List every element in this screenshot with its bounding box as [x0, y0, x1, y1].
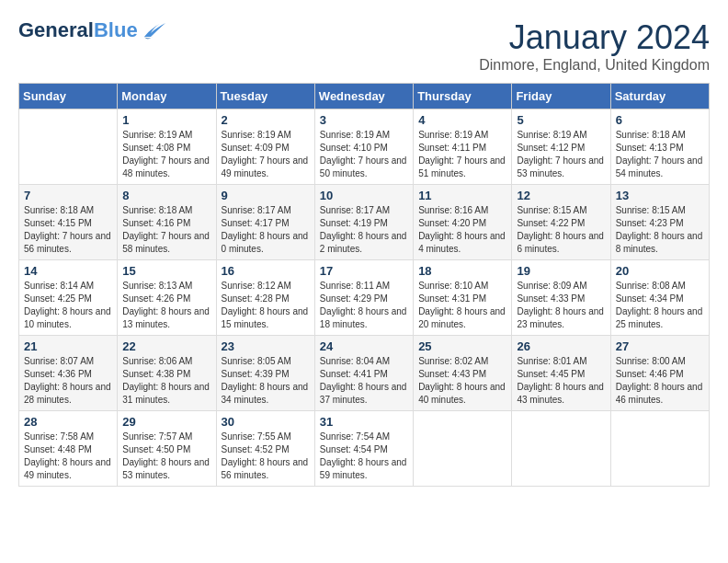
day-info: Sunrise: 8:12 AM Sunset: 4:28 PM Dayligh…: [222, 280, 310, 331]
day-info: Sunrise: 8:17 AM Sunset: 4:17 PM Dayligh…: [222, 204, 310, 256]
calendar-cell: 16Sunrise: 8:12 AM Sunset: 4:28 PM Dayli…: [216, 260, 314, 336]
month-title: January 2024: [479, 18, 710, 57]
day-info: Sunrise: 8:04 AM Sunset: 4:41 PM Dayligh…: [320, 355, 408, 407]
calendar-cell: 30Sunrise: 7:55 AM Sunset: 4:52 PM Dayli…: [216, 411, 314, 487]
day-number: 1: [122, 113, 210, 127]
day-info: Sunrise: 8:09 AM Sunset: 4:33 PM Dayligh…: [517, 280, 605, 331]
day-number: 16: [222, 264, 310, 278]
calendar-cell: 12Sunrise: 8:15 AM Sunset: 4:22 PM Dayli…: [512, 185, 610, 260]
calendar-cell: 7Sunrise: 8:18 AM Sunset: 4:15 PM Daylig…: [19, 185, 118, 260]
calendar-cell: 20Sunrise: 8:08 AM Sunset: 4:34 PM Dayli…: [610, 260, 709, 336]
logo: GeneralBlue: [18, 18, 165, 42]
calendar-cell: 3Sunrise: 8:19 AM Sunset: 4:10 PM Daylig…: [314, 109, 413, 185]
day-header-tuesday: Tuesday: [216, 84, 314, 109]
day-number: 5: [517, 113, 605, 127]
calendar-cell: 19Sunrise: 8:09 AM Sunset: 4:33 PM Dayli…: [512, 260, 610, 336]
day-number: 9: [222, 189, 310, 202]
location: Dinmore, England, United Kingdom: [479, 57, 710, 74]
logo-bird-icon: [140, 20, 165, 40]
day-info: Sunrise: 7:58 AM Sunset: 4:48 PM Dayligh…: [24, 431, 112, 482]
calendar-week-row: 21Sunrise: 8:07 AM Sunset: 4:36 PM Dayli…: [19, 336, 710, 411]
calendar-cell: 15Sunrise: 8:13 AM Sunset: 4:26 PM Dayli…: [118, 260, 216, 336]
calendar-week-row: 7Sunrise: 8:18 AM Sunset: 4:15 PM Daylig…: [19, 185, 710, 260]
calendar-cell: 22Sunrise: 8:06 AM Sunset: 4:38 PM Dayli…: [118, 336, 216, 411]
day-info: Sunrise: 8:18 AM Sunset: 4:15 PM Dayligh…: [24, 204, 112, 256]
day-info: Sunrise: 8:19 AM Sunset: 4:12 PM Dayligh…: [517, 129, 605, 180]
day-header-friday: Friday: [512, 84, 610, 109]
calendar-cell: [19, 109, 118, 185]
calendar-cell: 18Sunrise: 8:10 AM Sunset: 4:31 PM Dayli…: [414, 260, 512, 336]
day-header-thursday: Thursday: [414, 84, 512, 109]
day-header-monday: Monday: [118, 84, 216, 109]
day-number: 7: [24, 189, 112, 202]
calendar-cell: 9Sunrise: 8:17 AM Sunset: 4:17 PM Daylig…: [216, 185, 314, 260]
page-header: GeneralBlue January 2024 Dinmore, Englan…: [18, 18, 710, 74]
day-info: Sunrise: 7:55 AM Sunset: 4:52 PM Dayligh…: [222, 431, 310, 482]
calendar-header-row: SundayMondayTuesdayWednesdayThursdayFrid…: [19, 84, 710, 109]
logo-general: GeneralBlue: [18, 18, 138, 42]
day-info: Sunrise: 8:14 AM Sunset: 4:25 PM Dayligh…: [24, 280, 112, 331]
day-number: 23: [222, 339, 310, 353]
day-number: 15: [122, 264, 210, 278]
calendar-cell: 21Sunrise: 8:07 AM Sunset: 4:36 PM Dayli…: [19, 336, 118, 411]
day-number: 14: [24, 264, 112, 278]
day-info: Sunrise: 8:15 AM Sunset: 4:23 PM Dayligh…: [616, 204, 704, 256]
calendar-table: SundayMondayTuesdayWednesdayThursdayFrid…: [18, 83, 710, 487]
day-header-saturday: Saturday: [610, 84, 709, 109]
day-info: Sunrise: 8:08 AM Sunset: 4:34 PM Dayligh…: [616, 280, 704, 331]
day-number: 29: [122, 415, 210, 429]
day-number: 2: [222, 113, 310, 127]
day-info: Sunrise: 8:15 AM Sunset: 4:22 PM Dayligh…: [517, 204, 605, 256]
day-info: Sunrise: 7:57 AM Sunset: 4:50 PM Dayligh…: [122, 431, 210, 482]
day-number: 20: [616, 264, 704, 278]
day-number: 17: [320, 264, 408, 278]
day-info: Sunrise: 8:05 AM Sunset: 4:39 PM Dayligh…: [222, 355, 310, 407]
day-number: 13: [616, 189, 704, 202]
day-info: Sunrise: 8:18 AM Sunset: 4:16 PM Dayligh…: [122, 204, 210, 256]
calendar-cell: 29Sunrise: 7:57 AM Sunset: 4:50 PM Dayli…: [118, 411, 216, 487]
calendar-cell: 31Sunrise: 7:54 AM Sunset: 4:54 PM Dayli…: [314, 411, 413, 487]
calendar-cell: 14Sunrise: 8:14 AM Sunset: 4:25 PM Dayli…: [19, 260, 118, 336]
day-number: 30: [222, 415, 310, 429]
day-number: 27: [616, 339, 704, 353]
day-header-sunday: Sunday: [19, 84, 118, 109]
day-number: 21: [24, 339, 112, 353]
day-info: Sunrise: 8:13 AM Sunset: 4:26 PM Dayligh…: [122, 280, 210, 331]
day-number: 22: [122, 339, 210, 353]
calendar-cell: 4Sunrise: 8:19 AM Sunset: 4:11 PM Daylig…: [414, 109, 512, 185]
day-number: 12: [517, 189, 605, 202]
day-info: Sunrise: 8:01 AM Sunset: 4:45 PM Dayligh…: [517, 355, 605, 407]
day-info: Sunrise: 8:06 AM Sunset: 4:38 PM Dayligh…: [122, 355, 210, 407]
day-info: Sunrise: 8:19 AM Sunset: 4:09 PM Dayligh…: [222, 129, 310, 180]
day-info: Sunrise: 8:07 AM Sunset: 4:36 PM Dayligh…: [24, 355, 112, 407]
day-info: Sunrise: 7:54 AM Sunset: 4:54 PM Dayligh…: [320, 431, 408, 482]
day-header-wednesday: Wednesday: [314, 84, 413, 109]
day-number: 19: [517, 264, 605, 278]
day-info: Sunrise: 8:10 AM Sunset: 4:31 PM Dayligh…: [418, 280, 506, 331]
day-info: Sunrise: 8:00 AM Sunset: 4:46 PM Dayligh…: [616, 355, 704, 407]
calendar-cell: 11Sunrise: 8:16 AM Sunset: 4:20 PM Dayli…: [414, 185, 512, 260]
day-info: Sunrise: 8:17 AM Sunset: 4:19 PM Dayligh…: [320, 204, 408, 256]
calendar-cell: 23Sunrise: 8:05 AM Sunset: 4:39 PM Dayli…: [216, 336, 314, 411]
calendar-cell: 28Sunrise: 7:58 AM Sunset: 4:48 PM Dayli…: [19, 411, 118, 487]
day-number: 25: [418, 339, 506, 353]
day-number: 18: [418, 264, 506, 278]
calendar-cell: 2Sunrise: 8:19 AM Sunset: 4:09 PM Daylig…: [216, 109, 314, 185]
day-info: Sunrise: 8:11 AM Sunset: 4:29 PM Dayligh…: [320, 280, 408, 331]
day-number: 31: [320, 415, 408, 429]
calendar-cell: [512, 411, 610, 487]
day-info: Sunrise: 8:02 AM Sunset: 4:43 PM Dayligh…: [418, 355, 506, 407]
calendar-cell: [414, 411, 512, 487]
calendar-week-row: 1Sunrise: 8:19 AM Sunset: 4:08 PM Daylig…: [19, 109, 710, 185]
calendar-cell: 17Sunrise: 8:11 AM Sunset: 4:29 PM Dayli…: [314, 260, 413, 336]
day-number: 6: [616, 113, 704, 127]
calendar-cell: 10Sunrise: 8:17 AM Sunset: 4:19 PM Dayli…: [314, 185, 413, 260]
day-number: 11: [418, 189, 506, 202]
day-info: Sunrise: 8:19 AM Sunset: 4:11 PM Dayligh…: [418, 129, 506, 180]
calendar-cell: 1Sunrise: 8:19 AM Sunset: 4:08 PM Daylig…: [118, 109, 216, 185]
day-number: 28: [24, 415, 112, 429]
calendar-cell: 8Sunrise: 8:18 AM Sunset: 4:16 PM Daylig…: [118, 185, 216, 260]
calendar-cell: 25Sunrise: 8:02 AM Sunset: 4:43 PM Dayli…: [414, 336, 512, 411]
calendar-cell: 13Sunrise: 8:15 AM Sunset: 4:23 PM Dayli…: [610, 185, 709, 260]
calendar-cell: [610, 411, 709, 487]
